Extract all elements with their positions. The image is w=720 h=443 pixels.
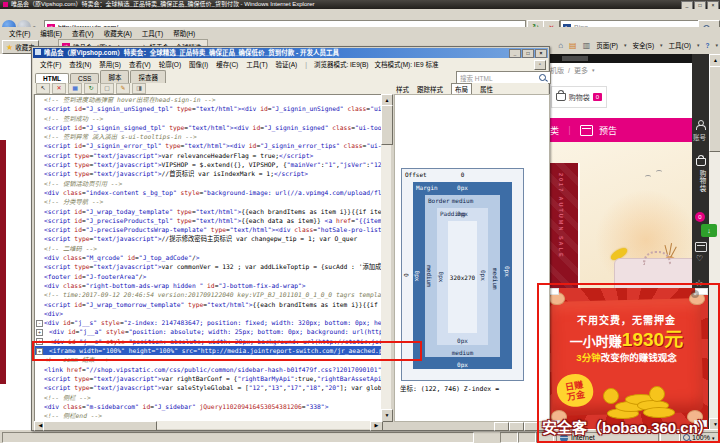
devtools-menu-item[interactable]: 缓存(C) xyxy=(212,59,242,69)
expander-icon[interactable] xyxy=(36,124,41,129)
expander-icon[interactable] xyxy=(36,366,41,371)
expander-icon[interactable] xyxy=(36,106,41,111)
command-page[interactable]: 页面(P) xyxy=(596,40,618,50)
command-tools[interactable]: 工具(O) xyxy=(669,40,691,50)
code-line[interactable]: <!-- 促销活动页引用 --> xyxy=(35,179,382,188)
code-line[interactable]: <!-- 签到成功 --> xyxy=(35,114,382,123)
resize-grip[interactable] xyxy=(524,422,539,431)
account-icon[interactable] xyxy=(696,120,704,128)
minimize-button[interactable]: _ xyxy=(681,1,693,9)
clear-icon[interactable]: ▢ xyxy=(100,83,114,94)
tab-profiler[interactable]: 探查器 xyxy=(130,70,166,83)
expander-icon[interactable] xyxy=(36,264,41,269)
devtools-menu-item[interactable]: 查找(N) xyxy=(65,59,95,69)
devtools-menu-item[interactable]: 文件(F) xyxy=(36,59,65,69)
split-view-icon[interactable]: ◨ xyxy=(132,83,146,94)
expander-icon[interactable] xyxy=(36,255,41,260)
devtools-menu-item[interactable]: 工具(T) xyxy=(242,59,271,69)
ad-iframe[interactable]: 不用交费，无需押金 一小时赚1930元 3分钟改变你的赚钱观念 日赚 万金 × xyxy=(545,288,708,429)
code-line[interactable]: <!-- 侧栏 --> xyxy=(35,393,382,402)
code-line[interactable]: <link href="//shop.vipstatic.com/css/pub… xyxy=(35,365,382,374)
ad-close-icon[interactable]: × xyxy=(691,290,699,298)
code-line[interactable]: <!-- 二维码 --> xyxy=(35,244,382,253)
unpin-icon[interactable]: ▫ xyxy=(534,60,546,70)
more-link[interactable]: 更多 xyxy=(574,65,588,75)
tab-style[interactable]: 样式 xyxy=(396,84,409,94)
code-line[interactable]: <script id="J_preciseProducts_tpl" type=… xyxy=(35,216,382,225)
expander-icon[interactable] xyxy=(36,310,41,315)
account-label[interactable]: 账号 xyxy=(693,132,706,142)
expander-icon[interactable] xyxy=(36,301,41,306)
code-line[interactable]: <script type="text/javascript">var commo… xyxy=(35,262,382,271)
devtools-maximize-button[interactable]: □ xyxy=(522,49,534,58)
expander-icon[interactable] xyxy=(36,152,41,157)
expander-icon[interactable] xyxy=(36,134,41,139)
expander-icon[interactable] xyxy=(36,180,41,185)
menu-item[interactable]: 查看(V) xyxy=(67,28,99,38)
browser-mode[interactable]: 浏览器模式: IE9(B) xyxy=(311,59,372,69)
maximize-button[interactable]: □ xyxy=(694,1,706,9)
expander-icon[interactable] xyxy=(36,217,41,222)
expander-icon[interactable] xyxy=(36,375,41,380)
refresh-dom-icon[interactable]: ↻ xyxy=(84,83,98,94)
code-line[interactable]: <script id="J_signin_unSigned_tpl" type=… xyxy=(35,104,382,113)
sidebar-bag-label[interactable]: 购物袋 xyxy=(697,170,707,193)
resize-grip[interactable] xyxy=(494,422,509,431)
expander-icon[interactable] xyxy=(36,199,41,204)
menu-item[interactable]: 帮助(H) xyxy=(168,28,200,38)
scroll-right-icon[interactable]: ▶ xyxy=(370,421,383,431)
expander-icon[interactable] xyxy=(36,208,41,213)
expander-icon[interactable] xyxy=(36,97,41,102)
devtools-menu-item[interactable]: 轮廓(O) xyxy=(155,59,185,69)
scroll-thumb[interactable] xyxy=(381,105,393,145)
command-safety[interactable]: 安全(S) xyxy=(632,40,654,50)
menu-item[interactable]: 文件(F) xyxy=(4,28,35,38)
code-line[interactable]: <script type="text/javascript">//提示修改密码主… xyxy=(35,234,382,243)
expander-icon[interactable] xyxy=(36,385,41,390)
expander-icon[interactable] xyxy=(36,403,41,408)
category-partial-label[interactable]: 类 xyxy=(550,124,559,137)
code-line[interactable]: <div class="index-content s_bg_top" styl… xyxy=(35,188,382,197)
menu-item[interactable]: 编辑(E) xyxy=(35,28,67,38)
download-tag[interactable]: ↓ xyxy=(701,224,717,237)
coupon-icon[interactable] xyxy=(695,242,707,252)
code-line[interactable]: <script type="text/javascript">//首页标识 va… xyxy=(35,169,382,178)
menu-item[interactable]: 工具(T) xyxy=(137,28,168,38)
help-icon[interactable]: ? xyxy=(706,42,710,49)
devtools-close-button[interactable]: × xyxy=(535,49,547,58)
expander-icon[interactable] xyxy=(36,171,41,176)
expander-icon[interactable] xyxy=(36,245,41,250)
expander-icon[interactable]: + xyxy=(36,348,43,355)
heart-icon[interactable]: ♡ xyxy=(696,254,703,263)
code-line[interactable]: + <div id="j__a" style="position: absolu… xyxy=(35,327,382,336)
code-line[interactable]: <script type="text/javascript">VIPSHOP =… xyxy=(35,160,382,169)
code-line[interactable]: - <div id="j__s" style="z-index: 2147483… xyxy=(35,318,382,327)
code-line[interactable]: <script id="J_signin_error_tpl" type="te… xyxy=(35,141,382,150)
sidebar-bag-icon[interactable] xyxy=(696,158,706,166)
page-scrollbar[interactable]: ▲ ▼ xyxy=(709,54,720,429)
hscroll-thumb[interactable] xyxy=(43,421,157,431)
expander-icon[interactable] xyxy=(36,282,41,287)
code-line[interactable]: <script type="text/javascript">var right… xyxy=(35,374,382,383)
code-line[interactable]: <script type="text/javascript">var relev… xyxy=(35,151,382,160)
code-line[interactable]: <!-- 签到进度动画弹窗 hover出现在head-sign-in --> xyxy=(35,95,382,104)
expander-icon[interactable]: - xyxy=(36,320,43,327)
print-icon[interactable]: ▥ xyxy=(583,41,591,50)
tab-script[interactable]: 脚本 xyxy=(100,70,129,83)
code-line[interactable]: <!-- time:2017-09-12 20:46:54 version:20… xyxy=(35,290,382,299)
feed-icon[interactable]: ▤ xyxy=(569,41,577,50)
star-outline-icon[interactable]: ☆ xyxy=(695,278,703,288)
save-icon[interactable]: ▦ xyxy=(68,83,82,94)
code-line[interactable]: <script id="J_wrap_today_template" type=… xyxy=(35,207,382,216)
menu-item[interactable]: 收藏夹(A) xyxy=(99,28,137,38)
close-button[interactable]: × xyxy=(707,1,719,9)
expander-icon[interactable]: + xyxy=(36,338,43,345)
scroll-thumb[interactable] xyxy=(709,66,720,152)
expander-icon[interactable] xyxy=(36,273,41,278)
expander-icon[interactable] xyxy=(36,189,41,194)
phone-link[interactable]: 机版 xyxy=(550,65,564,75)
preview-link[interactable]: 预告 xyxy=(599,124,617,137)
code-line[interactable]: <div class="M_qrcode" id="J_top_adCode"/… xyxy=(35,253,382,262)
home-icon[interactable]: ⌂ xyxy=(558,41,563,50)
code-line[interactable]: + <iframe width="100%" height="100%" src… xyxy=(35,346,382,355)
